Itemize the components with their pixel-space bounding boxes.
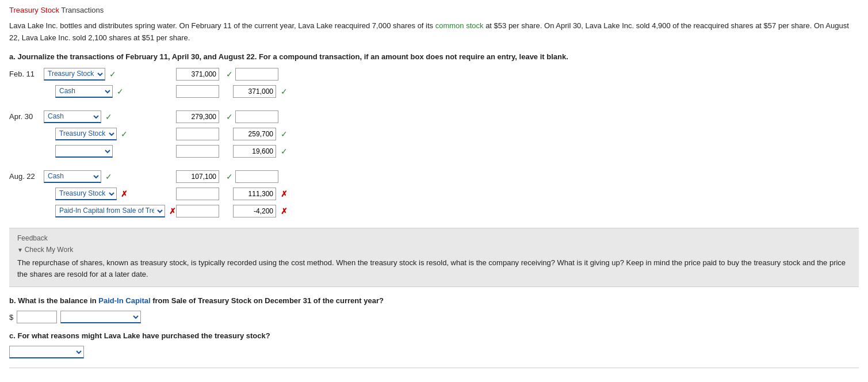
aug22-credit2-input[interactable] [233,188,276,200]
question-b-dropdown[interactable] [60,311,141,323]
title-suffix: Transactions [59,6,104,14]
aug22-debit3-col [176,205,222,217]
apr30-row3: ✓ ✓ [9,144,859,159]
apr30-debit1-col [176,110,222,123]
apr30-section: Apr. 30 Cash ✓ ✓ Treasury Stock ✓ ✓ [9,109,859,159]
feb11-account1-check: ✓ [109,70,116,79]
apr30-account3-select[interactable] [55,145,113,158]
feb11-account1-select[interactable]: Treasury Stock [44,68,105,81]
apr30-account1: Cash ✓ [44,110,176,123]
feb11-credit1-input[interactable] [235,68,278,81]
aug22-account1-check: ✓ [105,172,112,181]
feb11-account2: Cash ✓ [44,85,176,98]
apr30-credit3-col [233,145,279,158]
feb11-debit1-col [176,68,222,81]
aug22-debit3-input[interactable] [176,205,219,217]
question-b-input-row: $ [9,311,859,323]
common-stock-highlight: common stock [435,21,484,30]
apr30-debit2-col [176,128,222,140]
feb11-debit1-check: ✓ [226,70,233,79]
feb11-credit1-col [235,68,281,81]
apr30-account1-select[interactable]: Cash [44,110,101,123]
feb11-account1: Treasury Stock ✓ [44,68,176,81]
apr30-row1: Apr. 30 Cash ✓ ✓ [9,109,859,124]
aug22-debit1-input[interactable] [176,170,219,183]
apr30-account1-check: ✓ [105,112,112,121]
aug22-account1-select[interactable]: Cash [44,170,101,183]
aug22-account2-check: ✗ [121,189,128,198]
aug22-credit1-col [235,170,281,183]
apr30-account3 [44,145,176,158]
feedback-box: Feedback Check My Work The repurchase of… [9,228,859,288]
apr30-debit3-input[interactable] [176,145,219,158]
feedback-text: The repurchase of shares, known as treas… [17,257,851,281]
apr30-credit2-col [233,128,279,140]
apr30-debit1-input[interactable] [176,110,219,123]
apr30-credit1-input[interactable] [235,110,278,123]
apr30-debit2-input[interactable] [176,128,219,140]
question-b-label: b. What is the balance in Paid-In Capita… [9,296,859,305]
apr30-account2-check: ✓ [121,129,128,139]
apr30-debit1-check: ✓ [226,112,233,121]
aug22-row3: Paid-In Capital from Sale of Treasury St… [9,204,859,219]
apr30-credit3-check: ✓ [281,147,288,156]
apr30-date: Apr. 30 [9,112,44,121]
aug22-row1: Aug. 22 Cash ✓ ✓ [9,169,859,184]
page-title: Treasury Stock Transactions [9,6,859,14]
feb11-row2: Cash ✓ ✓ ✓ [9,84,859,99]
question-c-label: c. For what reasons might Lava Lake have… [9,331,859,340]
apr30-credit2-input[interactable] [233,128,276,140]
feb11-section: Feb. 11 Treasury Stock ✓ ✓ Cash ✓ ✓ [9,67,859,99]
intro-text: Lava Lake Inc. bottles and distributes s… [9,20,859,44]
aug22-credit3-input[interactable] [233,205,276,217]
aug22-credit3-col [233,205,279,217]
apr30-account2-select[interactable]: Treasury Stock [55,128,117,140]
bottom-divider [9,368,859,368]
feb11-debit1-input[interactable] [176,68,219,81]
aug22-account3: Paid-In Capital from Sale of Treasury St… [44,205,176,217]
feb11-date: Feb. 11 [9,70,44,78]
question-b-amount-input[interactable] [17,311,57,323]
apr30-credit3-input[interactable] [233,145,276,158]
question-a-label: a. Journalize the transactions of Februa… [9,52,859,61]
aug22-debit2-input[interactable] [176,188,219,200]
question-c-dropdown[interactable] [9,346,84,358]
aug22-credit2-check: ✗ [281,189,288,198]
aug22-credit1-input[interactable] [235,170,278,183]
title-highlight: Treasury Stock [9,6,59,14]
aug22-account1: Cash ✓ [44,170,176,183]
question-c-section: c. For what reasons might Lava Lake have… [9,331,859,358]
apr30-debit3-col [176,145,222,158]
aug22-debit2-col [176,188,222,200]
aug22-debit1-check: ✓ [226,172,233,181]
check-my-work[interactable]: Check My Work [17,246,851,254]
feedback-title: Feedback [17,234,851,242]
aug22-account2: Treasury Stock ✗ [44,188,176,200]
feb11-credit2-check: ✓ [281,87,288,96]
aug22-section: Aug. 22 Cash ✓ ✓ Treasury Stock ✗ ✓ [9,169,859,219]
apr30-account2: Treasury Stock ✓ [44,128,176,140]
feb11-credit2-col [233,85,279,98]
aug22-account3-check: ✗ [169,207,176,216]
aug22-credit2-col [233,188,279,200]
feb11-account2-check: ✓ [117,87,124,96]
feb11-credit2-input[interactable] [233,85,276,98]
feb11-account2-select[interactable]: Cash [55,85,113,98]
paid-in-capital-highlight: Paid-In Capital [98,296,150,305]
question-b-section: b. What is the balance in Paid-In Capita… [9,296,859,323]
apr30-credit2-check: ✓ [281,129,288,139]
question-c-input-row [9,346,859,358]
aug22-account2-select[interactable]: Treasury Stock [55,188,117,200]
feb11-row1: Feb. 11 Treasury Stock ✓ ✓ [9,67,859,82]
aug22-credit3-check: ✗ [281,207,288,216]
aug22-debit1-col [176,170,222,183]
feb11-debit2-input[interactable] [176,85,219,98]
feb11-debit2-col [176,85,222,98]
aug22-account3-select[interactable]: Paid-In Capital from Sale of Treasury St… [55,205,165,217]
aug22-row2: Treasury Stock ✗ ✓ ✗ [9,186,859,201]
apr30-row2: Treasury Stock ✓ ✓ ✓ [9,127,859,142]
dollar-sign: $ [9,313,13,322]
apr30-credit1-col [235,110,281,123]
aug22-date: Aug. 22 [9,172,44,181]
